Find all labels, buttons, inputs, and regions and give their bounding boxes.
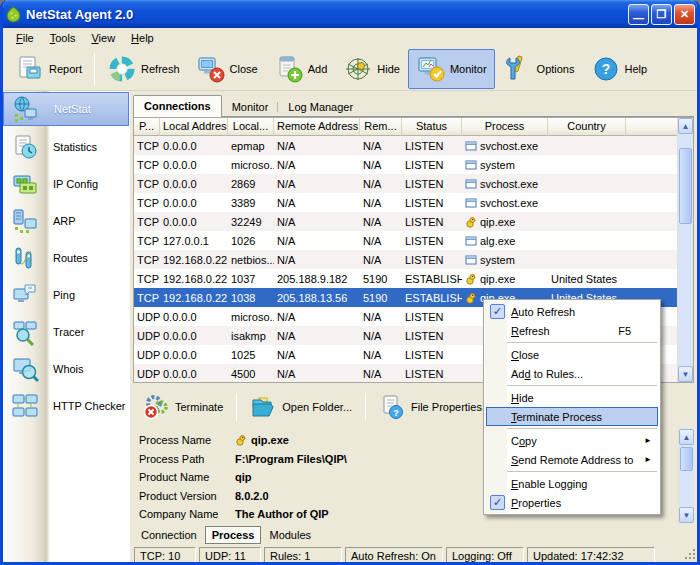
sidebar-item-label: ARP (47, 215, 76, 227)
sidebar-item-whois[interactable]: Whois (3, 350, 130, 387)
menu-item-refresh[interactable]: RefreshF5 (486, 321, 658, 340)
scroll-up-button[interactable]: ▲ (678, 118, 693, 134)
menu-item-label: Enable Logging (511, 478, 587, 490)
menu-tools[interactable]: Tools (42, 30, 84, 46)
menu-gutter (490, 390, 505, 405)
details-tab-connection[interactable]: Connection (133, 527, 205, 543)
column-header-local[interactable]: Local... (228, 118, 274, 136)
routes-icon (11, 244, 39, 272)
scroll-down-button[interactable]: ▼ (678, 366, 693, 382)
column-header-process[interactable]: Process (462, 118, 548, 136)
sidebar-item-netstat[interactable]: NetStat (3, 92, 129, 126)
menu-item-enable-logging[interactable]: Enable Logging (486, 474, 658, 493)
menu-item-properties[interactable]: ✓Properties (486, 493, 658, 512)
connection-row[interactable]: TCP192.168.0.22netbios...N/AN/ALISTENsys… (134, 250, 677, 269)
detail-field-label: Process Path (139, 453, 235, 465)
menu-item-terminate-process[interactable]: Terminate Process (486, 407, 658, 426)
toolbar-report-button[interactable]: Report (7, 49, 90, 89)
menu-item-add-to-rules[interactable]: Add to Rules... (486, 364, 658, 383)
status-auto-refresh: Auto Refresh: On (345, 547, 443, 564)
menu-file[interactable]: File (8, 30, 42, 46)
menu-help[interactable]: Help (123, 30, 162, 46)
tab-connections[interactable]: Connections (133, 95, 222, 117)
qip-icon (465, 216, 477, 228)
menu-item-hide[interactable]: Hide (486, 388, 658, 407)
sidebar-item-ip-config[interactable]: IP Config (3, 165, 130, 202)
cell-local-address: 127.0.0.1 (160, 231, 228, 250)
connection-row[interactable]: TCP127.0.0.11026N/AN/ALISTENalg.exe (134, 231, 677, 250)
tab-log-manager[interactable]: Log Manager (278, 97, 363, 116)
status-udp: UDP: 11 (199, 547, 261, 564)
detail-field-value: qip.exe (235, 434, 289, 446)
menu-item-label: Auto Refresh (511, 306, 575, 318)
details-button-label: Terminate (175, 401, 223, 413)
column-header-status[interactable]: Status (402, 118, 462, 136)
menu-view[interactable]: View (83, 30, 123, 46)
toolbar-options-button[interactable]: Options (495, 49, 583, 89)
toolbar-help-button[interactable]: ?Help (583, 49, 656, 89)
minimize-button[interactable]: — (628, 4, 649, 25)
connection-row[interactable]: TCP0.0.0.0epmapN/AN/ALISTENsvchost.exe (134, 136, 677, 155)
tab-monitor[interactable]: Monitor (222, 97, 279, 116)
sidebar-item-statistics[interactable]: Statistics (3, 128, 130, 165)
scrollbar-thumb[interactable] (679, 148, 692, 224)
details-tab-process[interactable]: Process (205, 526, 262, 544)
toolbar-monitor-button[interactable]: Monitor (408, 49, 495, 89)
cell-remote-port: N/A (360, 212, 402, 231)
menu-item-copy[interactable]: Copy► (486, 431, 658, 450)
status-tcp: TCP: 10 (134, 547, 196, 564)
connections-scrollbar[interactable]: ▲ ▼ (677, 118, 693, 382)
help-icon: ? (591, 54, 621, 84)
column-header-remote-address[interactable]: Remote Address (274, 118, 360, 136)
cell-remote-port: N/A (360, 155, 402, 174)
scroll-down-button[interactable]: ▼ (679, 507, 694, 523)
details-scrollbar[interactable]: ▲ ▼ (678, 429, 694, 523)
column-header-local-address[interactable]: Local Address (160, 118, 228, 136)
scrollbar-thumb[interactable] (680, 447, 693, 471)
scroll-up-button[interactable]: ▲ (679, 429, 694, 445)
connection-row[interactable]: TCP192.168.0.221037205.188.9.1825190ESTA… (134, 269, 677, 288)
cell-status: LISTEN (402, 231, 462, 250)
connection-row[interactable]: TCP0.0.0.032249N/AN/ALISTENqip.exe (134, 212, 677, 231)
menu-item-close[interactable]: Close (486, 345, 658, 364)
toolbar-hide-button[interactable]: Hide (335, 49, 408, 89)
toolbar-add-button[interactable]: Add (266, 49, 336, 89)
menu-item-label: Add to Rules... (511, 368, 583, 380)
menu-gutter (490, 433, 505, 448)
sidebar-item-tracer[interactable]: Tracer (3, 313, 130, 350)
sidebar-item-routes[interactable]: Routes (3, 239, 130, 276)
sidebar-item-ping[interactable]: Ping (3, 276, 130, 313)
resize-grip[interactable] (685, 549, 696, 560)
maximize-button[interactable]: ❐ (651, 4, 672, 25)
sidebar-item-arp[interactable]: ARP (3, 202, 130, 239)
connection-row[interactable]: TCP0.0.0.03389N/AN/ALISTENsvchost.exe (134, 193, 677, 212)
connection-row[interactable]: TCP0.0.0.02869N/AN/ALISTENsvchost.exe (134, 174, 677, 193)
cell-status: LISTEN (402, 193, 462, 212)
connection-row[interactable]: TCP0.0.0.0microso...N/AN/ALISTENsystem (134, 155, 677, 174)
cell-remote-address: N/A (274, 136, 360, 155)
details-terminate-button[interactable]: Terminate (135, 392, 231, 422)
toolbar-close-button[interactable]: Close (188, 49, 266, 89)
column-header-p[interactable]: P... (134, 118, 160, 136)
sidebar-item-label: Ping (47, 289, 75, 301)
menu-item-auto-refresh[interactable]: ✓Auto Refresh (486, 302, 658, 321)
menu-item-send-remote-address-to[interactable]: Send Remote Address to► (486, 450, 658, 469)
toolbar-button-label: Report (49, 63, 82, 75)
toolbar-refresh-button[interactable]: Refresh (99, 49, 188, 89)
details-file-properties-button[interactable]: ?File Properties... (371, 392, 499, 422)
column-header-stub (626, 118, 677, 136)
window-icon (465, 254, 477, 266)
details-tab-modules[interactable]: Modules (261, 527, 319, 543)
sidebar-item-http-checker[interactable]: HTTP Checker (3, 387, 130, 424)
close-button[interactable]: ✕ (674, 4, 695, 25)
cell-protocol: TCP (134, 174, 160, 193)
column-header-country[interactable]: Country (548, 118, 626, 136)
maximize-icon: ❐ (657, 8, 667, 21)
close-icon: ✕ (680, 8, 689, 21)
cell-local-port: 2869 (228, 174, 274, 193)
sidebar-item-label: Whois (47, 363, 84, 375)
details-open-folder-button[interactable]: Open Folder... (242, 392, 360, 422)
terminate-icon (143, 394, 169, 420)
column-header-rem[interactable]: Rem... (360, 118, 402, 136)
sidebar: NetStatStatisticsIP ConfigARPRoutesPingT… (3, 91, 130, 562)
